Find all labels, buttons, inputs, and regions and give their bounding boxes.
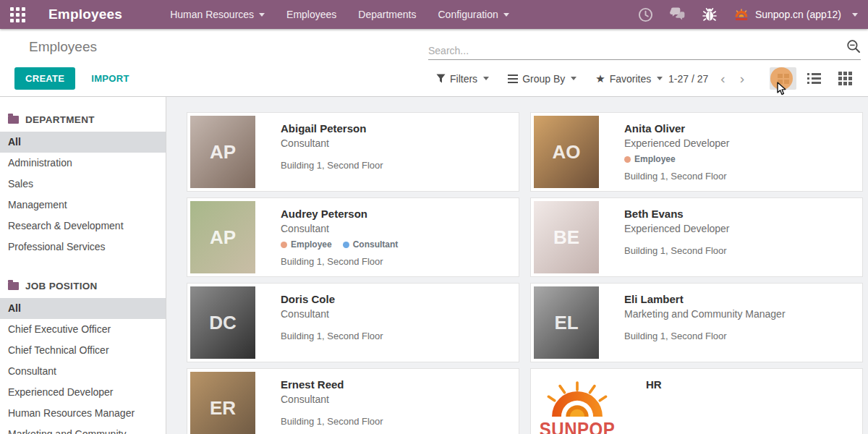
card-body: Beth Evans Experienced Developer Buildin… — [599, 201, 734, 273]
employee-tag: Employee — [624, 154, 676, 164]
card-body: Abigail Peterson Consultant Building 1, … — [255, 116, 388, 188]
favorites-button[interactable]: ★ Favorites — [595, 72, 663, 85]
sidebar-item[interactable]: Administration — [0, 153, 166, 174]
search-icon[interactable] — [846, 39, 861, 56]
company-logo: SUNPOP — [534, 372, 621, 434]
employee-job: Consultant — [281, 308, 383, 320]
sidebar-item[interactable]: Management — [0, 195, 166, 216]
sidebar-item[interactable]: Human Resources Manager — [0, 403, 166, 424]
nav-menu-employees[interactable]: Employees — [286, 9, 336, 20]
user-name: Sunpop.cn (app12) — [755, 9, 841, 20]
grid-view-button[interactable] — [832, 67, 859, 90]
sidebar-item[interactable]: Professional Services — [0, 237, 166, 258]
employee-name: Ernest Reed — [281, 378, 383, 391]
card-body: Doris Cole Consultant Building 1, Second… — [255, 286, 388, 359]
sidebar-item[interactable]: Chief Executive Officer — [0, 319, 166, 340]
sidebar-item[interactable]: Experienced Developer — [0, 382, 166, 403]
logo-text: SUNPOP — [540, 418, 615, 434]
top-menubar: Human ResourcesEmployeesDepartmentsConfi… — [170, 9, 531, 20]
list-view-icon — [807, 73, 821, 84]
employee-name: Doris Cole — [281, 293, 383, 305]
employee-card[interactable]: DC Doris Cole Consultant Building 1, Sec… — [187, 283, 519, 362]
kanban-view-button[interactable] — [770, 67, 796, 90]
employee-card[interactable]: AP Audrey Peterson Consultant EmployeeCo… — [187, 197, 519, 277]
search-bar — [428, 39, 861, 60]
filter-funnel-icon — [436, 74, 446, 83]
nav-menu-configuration[interactable]: Configuration — [438, 9, 509, 20]
filters-button[interactable]: Filters — [436, 73, 489, 85]
debug-bug-icon[interactable] — [702, 7, 718, 22]
employee-name: Audrey Peterson — [281, 208, 398, 220]
employee-location: Building 1, Second Floor — [624, 171, 730, 182]
employee-job: Experienced Developer — [624, 137, 730, 149]
card-body: Audrey Peterson Consultant EmployeeConsu… — [255, 201, 402, 273]
group-by-button[interactable]: Group By — [508, 73, 576, 85]
section-title-label: JOB POSITION — [25, 281, 98, 292]
employee-photo: EL — [534, 286, 599, 359]
employee-photo: AP — [190, 116, 255, 188]
company-avatar — [733, 9, 749, 21]
messages-chat-icon[interactable] — [670, 7, 686, 22]
employee-job: Consultant — [281, 137, 383, 149]
employee-location: Building 1, Second Floor — [624, 245, 730, 256]
employee-photo: DC — [190, 286, 255, 359]
user-menu[interactable]: Sunpop.cn (app12) — [733, 9, 858, 21]
employee-card[interactable]: ER Ernest Reed Consultant Building 1, Se… — [187, 368, 519, 434]
app-title: Employees — [48, 7, 122, 22]
employee-card[interactable]: AP Abigail Peterson Consultant Building … — [187, 112, 519, 192]
sidebar-item[interactable]: Consultant — [0, 361, 166, 382]
sidebar-item[interactable]: Research & Development — [0, 216, 166, 237]
employee-job: Consultant — [281, 223, 398, 234]
sidebar-section-header: DEPARTMENT — [0, 109, 166, 132]
pager-previous-button[interactable]: ‹ — [718, 72, 727, 85]
control-panel: Employees CREATE IMPORT Filters — [0, 29, 868, 96]
employee-location: Building 1, Second Floor — [281, 416, 383, 427]
list-view-button[interactable] — [801, 67, 827, 90]
employee-card[interactable]: EL Eli Lambert Marketing and Community M… — [530, 283, 863, 362]
sidebar-item[interactable]: All — [0, 132, 166, 153]
employee-name: Abigail Peterson — [281, 122, 383, 135]
employee-name: HR — [646, 378, 662, 391]
breadcrumb: Employees — [29, 39, 97, 55]
employee-photo: BE — [534, 201, 599, 273]
sidebar-item[interactable]: Marketing and Community ... — [0, 424, 166, 434]
employee-tags: EmployeeConsultant — [281, 239, 398, 250]
sidebar-item[interactable]: Sales — [0, 174, 166, 195]
employee-name: Anita Oliver — [624, 122, 730, 135]
chevron-down-icon — [657, 77, 663, 80]
sidebar-section-header: JOB POSITION — [0, 275, 166, 298]
employee-tags: Employee — [624, 154, 730, 164]
nav-menu-human-resources[interactable]: Human Resources — [170, 9, 265, 20]
employee-photo: AO — [534, 116, 599, 188]
sidebar-item[interactable]: All — [0, 298, 166, 319]
employee-location: Building 1, Second Floor — [281, 256, 398, 267]
employee-photo: AP — [190, 201, 255, 273]
employee-job: Experienced Developer — [624, 223, 730, 234]
apps-menu-icon[interactable] — [10, 7, 25, 22]
section-title-label: DEPARTMENT — [25, 114, 95, 125]
chevron-down-icon — [503, 13, 509, 17]
import-button[interactable]: IMPORT — [91, 73, 129, 84]
sidebar-section: DEPARTMENT All Administration Sales Mana… — [0, 109, 166, 258]
top-navbar: Employees Human ResourcesEmployeesDepart… — [0, 0, 868, 29]
tag-dot-icon — [624, 156, 631, 163]
group-by-lines-icon — [508, 75, 518, 83]
sunpop-sun-icon — [544, 380, 610, 418]
employee-card[interactable]: SUNPOP HR — [530, 368, 863, 434]
employee-card[interactable]: BE Beth Evans Experienced Developer Buil… — [530, 197, 863, 277]
pager-next-button[interactable]: › — [738, 72, 746, 85]
employee-name: Beth Evans — [624, 208, 730, 220]
card-grid: AP Abigail Peterson Consultant Building … — [187, 112, 868, 434]
sidebar: DEPARTMENT All Administration Sales Mana… — [0, 97, 166, 434]
employee-tag: Employee — [281, 239, 332, 250]
employee-card[interactable]: AO Anita Oliver Experienced Developer Em… — [530, 112, 863, 192]
create-button[interactable]: CREATE — [14, 67, 75, 90]
section-items: All Administration Sales Management Rese… — [0, 132, 166, 258]
sidebar-item[interactable]: Chief Technical Officer — [0, 340, 166, 361]
search-input[interactable] — [428, 45, 846, 56]
nav-menu-departments[interactable]: Departments — [358, 9, 416, 20]
activity-clock-icon[interactable] — [638, 7, 654, 22]
kanban-content: AP Abigail Peterson Consultant Building … — [166, 97, 868, 434]
folder-icon — [8, 282, 19, 290]
employee-location: Building 1, Second Floor — [281, 160, 383, 171]
